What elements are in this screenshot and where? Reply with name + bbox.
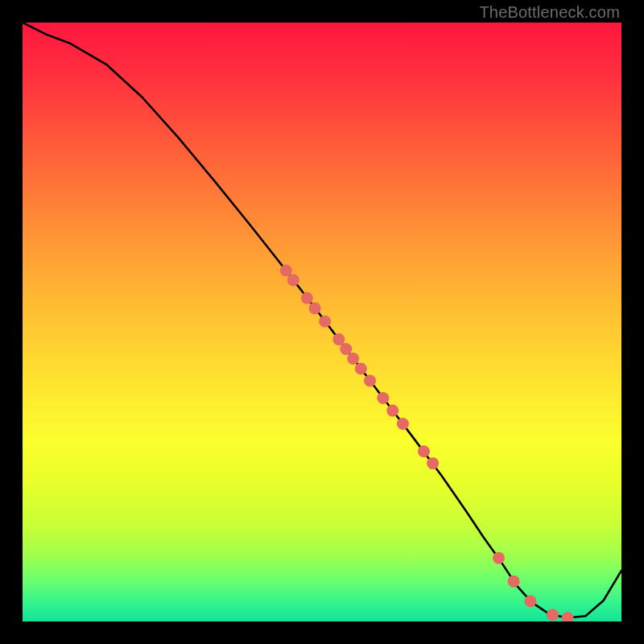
scatter-point	[280, 265, 292, 277]
scatter-point	[319, 316, 331, 328]
scatter-point	[418, 445, 430, 457]
scatter-point	[562, 612, 574, 621]
scatter-point	[427, 457, 439, 469]
scatter-point	[301, 292, 313, 304]
scatter-point	[386, 405, 398, 417]
scatter-point	[340, 343, 352, 355]
scatter-point	[397, 418, 409, 430]
scatter-point	[355, 363, 367, 375]
watermark-text: TheBottleneck.com	[479, 3, 620, 22]
scatter-point	[364, 374, 376, 386]
scatter-point	[332, 333, 345, 345]
chart-frame: TheBottleneck.com	[0, 0, 644, 644]
scatter-point	[309, 302, 321, 314]
scatter-point	[287, 274, 299, 286]
scatter-points	[280, 265, 574, 621]
chart-svg	[23, 23, 621, 621]
scatter-point	[493, 552, 505, 564]
scatter-point	[347, 353, 359, 365]
scatter-point	[524, 595, 536, 607]
plot-area	[23, 23, 621, 621]
scatter-point	[508, 576, 520, 588]
scatter-point	[377, 392, 389, 404]
scatter-point	[547, 609, 559, 621]
